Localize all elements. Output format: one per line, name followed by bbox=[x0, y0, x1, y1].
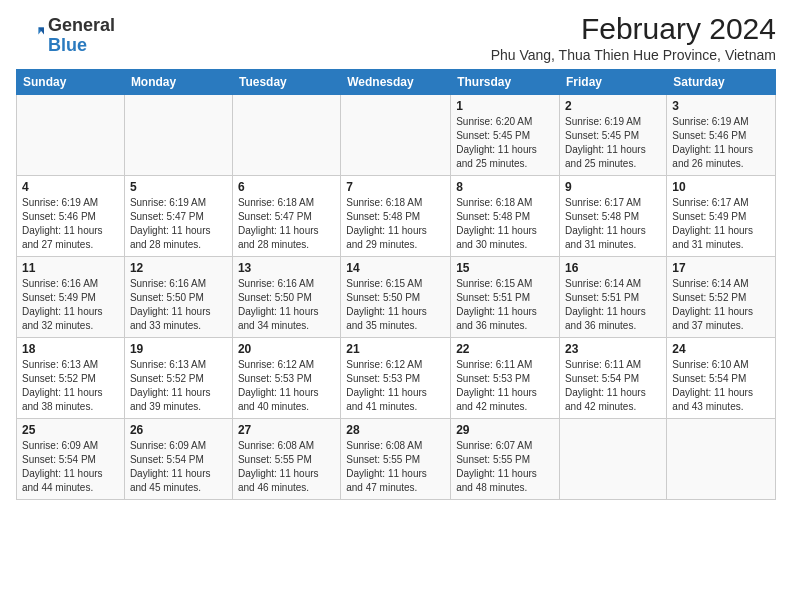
calendar-cell: 4Sunrise: 6:19 AM Sunset: 5:46 PM Daylig… bbox=[17, 176, 125, 257]
cell-date-number: 8 bbox=[456, 180, 554, 194]
cell-info-text: Sunrise: 6:13 AM Sunset: 5:52 PM Dayligh… bbox=[22, 358, 119, 414]
cell-date-number: 18 bbox=[22, 342, 119, 356]
calendar-body: 1Sunrise: 6:20 AM Sunset: 5:45 PM Daylig… bbox=[17, 95, 776, 500]
calendar-cell: 5Sunrise: 6:19 AM Sunset: 5:47 PM Daylig… bbox=[124, 176, 232, 257]
cell-info-text: Sunrise: 6:19 AM Sunset: 5:46 PM Dayligh… bbox=[672, 115, 770, 171]
cell-date-number: 23 bbox=[565, 342, 661, 356]
cell-date-number: 28 bbox=[346, 423, 445, 437]
calendar-cell: 21Sunrise: 6:12 AM Sunset: 5:53 PM Dayli… bbox=[341, 338, 451, 419]
cell-info-text: Sunrise: 6:15 AM Sunset: 5:50 PM Dayligh… bbox=[346, 277, 445, 333]
cell-info-text: Sunrise: 6:19 AM Sunset: 5:46 PM Dayligh… bbox=[22, 196, 119, 252]
cell-info-text: Sunrise: 6:12 AM Sunset: 5:53 PM Dayligh… bbox=[238, 358, 335, 414]
cell-date-number: 13 bbox=[238, 261, 335, 275]
cell-date-number: 26 bbox=[130, 423, 227, 437]
cell-date-number: 1 bbox=[456, 99, 554, 113]
logo-area: General Blue bbox=[16, 16, 115, 56]
cell-date-number: 10 bbox=[672, 180, 770, 194]
cell-date-number: 5 bbox=[130, 180, 227, 194]
header-row: SundayMondayTuesdayWednesdayThursdayFrid… bbox=[17, 70, 776, 95]
logo-text: General Blue bbox=[48, 16, 115, 56]
cell-info-text: Sunrise: 6:19 AM Sunset: 5:47 PM Dayligh… bbox=[130, 196, 227, 252]
sub-title: Phu Vang, Thua Thien Hue Province, Vietn… bbox=[491, 47, 776, 63]
calendar-cell: 20Sunrise: 6:12 AM Sunset: 5:53 PM Dayli… bbox=[232, 338, 340, 419]
cell-date-number: 9 bbox=[565, 180, 661, 194]
cell-info-text: Sunrise: 6:14 AM Sunset: 5:51 PM Dayligh… bbox=[565, 277, 661, 333]
cell-date-number: 4 bbox=[22, 180, 119, 194]
title-area: February 2024 Phu Vang, Thua Thien Hue P… bbox=[491, 12, 776, 63]
cell-info-text: Sunrise: 6:18 AM Sunset: 5:48 PM Dayligh… bbox=[456, 196, 554, 252]
cell-info-text: Sunrise: 6:09 AM Sunset: 5:54 PM Dayligh… bbox=[22, 439, 119, 495]
calendar-cell: 28Sunrise: 6:08 AM Sunset: 5:55 PM Dayli… bbox=[341, 419, 451, 500]
calendar-table: SundayMondayTuesdayWednesdayThursdayFrid… bbox=[16, 69, 776, 500]
calendar-cell: 13Sunrise: 6:16 AM Sunset: 5:50 PM Dayli… bbox=[232, 257, 340, 338]
cell-date-number: 21 bbox=[346, 342, 445, 356]
calendar-header: SundayMondayTuesdayWednesdayThursdayFrid… bbox=[17, 70, 776, 95]
cell-date-number: 20 bbox=[238, 342, 335, 356]
cell-info-text: Sunrise: 6:10 AM Sunset: 5:54 PM Dayligh… bbox=[672, 358, 770, 414]
week-row-4: 18Sunrise: 6:13 AM Sunset: 5:52 PM Dayli… bbox=[17, 338, 776, 419]
cell-info-text: Sunrise: 6:19 AM Sunset: 5:45 PM Dayligh… bbox=[565, 115, 661, 171]
calendar-cell: 9Sunrise: 6:17 AM Sunset: 5:48 PM Daylig… bbox=[560, 176, 667, 257]
header-cell-tuesday: Tuesday bbox=[232, 70, 340, 95]
header-cell-saturday: Saturday bbox=[667, 70, 776, 95]
calendar-cell bbox=[124, 95, 232, 176]
logo-blue: Blue bbox=[48, 36, 115, 56]
calendar-cell: 19Sunrise: 6:13 AM Sunset: 5:52 PM Dayli… bbox=[124, 338, 232, 419]
cell-date-number: 15 bbox=[456, 261, 554, 275]
cell-info-text: Sunrise: 6:20 AM Sunset: 5:45 PM Dayligh… bbox=[456, 115, 554, 171]
cell-date-number: 29 bbox=[456, 423, 554, 437]
cell-info-text: Sunrise: 6:09 AM Sunset: 5:54 PM Dayligh… bbox=[130, 439, 227, 495]
calendar-cell: 7Sunrise: 6:18 AM Sunset: 5:48 PM Daylig… bbox=[341, 176, 451, 257]
cell-date-number: 19 bbox=[130, 342, 227, 356]
calendar-cell: 22Sunrise: 6:11 AM Sunset: 5:53 PM Dayli… bbox=[451, 338, 560, 419]
main-title: February 2024 bbox=[491, 12, 776, 45]
cell-date-number: 24 bbox=[672, 342, 770, 356]
calendar-cell: 16Sunrise: 6:14 AM Sunset: 5:51 PM Dayli… bbox=[560, 257, 667, 338]
cell-date-number: 3 bbox=[672, 99, 770, 113]
cell-date-number: 22 bbox=[456, 342, 554, 356]
cell-info-text: Sunrise: 6:15 AM Sunset: 5:51 PM Dayligh… bbox=[456, 277, 554, 333]
cell-date-number: 2 bbox=[565, 99, 661, 113]
calendar-cell: 12Sunrise: 6:16 AM Sunset: 5:50 PM Dayli… bbox=[124, 257, 232, 338]
calendar-cell: 24Sunrise: 6:10 AM Sunset: 5:54 PM Dayli… bbox=[667, 338, 776, 419]
calendar-cell: 10Sunrise: 6:17 AM Sunset: 5:49 PM Dayli… bbox=[667, 176, 776, 257]
cell-info-text: Sunrise: 6:16 AM Sunset: 5:50 PM Dayligh… bbox=[130, 277, 227, 333]
week-row-5: 25Sunrise: 6:09 AM Sunset: 5:54 PM Dayli… bbox=[17, 419, 776, 500]
calendar-cell bbox=[17, 95, 125, 176]
calendar-cell: 15Sunrise: 6:15 AM Sunset: 5:51 PM Dayli… bbox=[451, 257, 560, 338]
week-row-2: 4Sunrise: 6:19 AM Sunset: 5:46 PM Daylig… bbox=[17, 176, 776, 257]
cell-info-text: Sunrise: 6:16 AM Sunset: 5:49 PM Dayligh… bbox=[22, 277, 119, 333]
calendar-cell: 2Sunrise: 6:19 AM Sunset: 5:45 PM Daylig… bbox=[560, 95, 667, 176]
calendar-cell: 11Sunrise: 6:16 AM Sunset: 5:49 PM Dayli… bbox=[17, 257, 125, 338]
logo-icon bbox=[16, 22, 44, 50]
calendar-cell bbox=[667, 419, 776, 500]
logo-general: General bbox=[48, 16, 115, 36]
cell-date-number: 14 bbox=[346, 261, 445, 275]
cell-date-number: 6 bbox=[238, 180, 335, 194]
cell-info-text: Sunrise: 6:08 AM Sunset: 5:55 PM Dayligh… bbox=[238, 439, 335, 495]
calendar-cell: 29Sunrise: 6:07 AM Sunset: 5:55 PM Dayli… bbox=[451, 419, 560, 500]
cell-date-number: 11 bbox=[22, 261, 119, 275]
cell-info-text: Sunrise: 6:16 AM Sunset: 5:50 PM Dayligh… bbox=[238, 277, 335, 333]
calendar-cell: 14Sunrise: 6:15 AM Sunset: 5:50 PM Dayli… bbox=[341, 257, 451, 338]
cell-date-number: 25 bbox=[22, 423, 119, 437]
cell-info-text: Sunrise: 6:13 AM Sunset: 5:52 PM Dayligh… bbox=[130, 358, 227, 414]
cell-info-text: Sunrise: 6:08 AM Sunset: 5:55 PM Dayligh… bbox=[346, 439, 445, 495]
cell-info-text: Sunrise: 6:11 AM Sunset: 5:53 PM Dayligh… bbox=[456, 358, 554, 414]
cell-info-text: Sunrise: 6:18 AM Sunset: 5:48 PM Dayligh… bbox=[346, 196, 445, 252]
calendar-cell: 8Sunrise: 6:18 AM Sunset: 5:48 PM Daylig… bbox=[451, 176, 560, 257]
calendar-cell bbox=[560, 419, 667, 500]
cell-date-number: 27 bbox=[238, 423, 335, 437]
calendar-cell bbox=[232, 95, 340, 176]
calendar-cell: 26Sunrise: 6:09 AM Sunset: 5:54 PM Dayli… bbox=[124, 419, 232, 500]
header-cell-monday: Monday bbox=[124, 70, 232, 95]
calendar-cell: 3Sunrise: 6:19 AM Sunset: 5:46 PM Daylig… bbox=[667, 95, 776, 176]
cell-info-text: Sunrise: 6:17 AM Sunset: 5:49 PM Dayligh… bbox=[672, 196, 770, 252]
calendar-cell: 6Sunrise: 6:18 AM Sunset: 5:47 PM Daylig… bbox=[232, 176, 340, 257]
svg-rect-0 bbox=[16, 22, 44, 50]
header-cell-sunday: Sunday bbox=[17, 70, 125, 95]
cell-date-number: 12 bbox=[130, 261, 227, 275]
page: General Blue February 2024 Phu Vang, Thu… bbox=[0, 0, 792, 510]
calendar-cell: 1Sunrise: 6:20 AM Sunset: 5:45 PM Daylig… bbox=[451, 95, 560, 176]
cell-date-number: 7 bbox=[346, 180, 445, 194]
